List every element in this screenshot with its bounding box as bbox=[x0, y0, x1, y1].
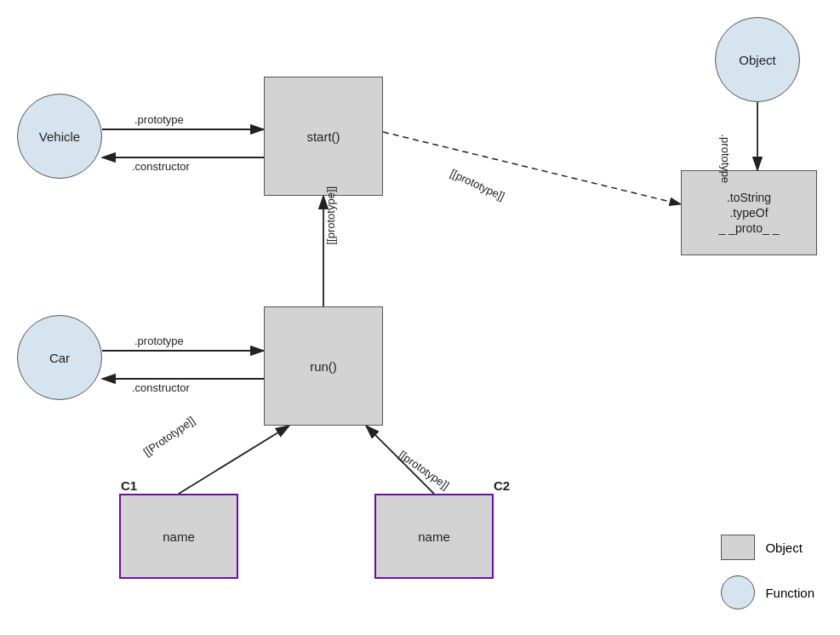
obj-proto: _ _proto_ _ bbox=[719, 221, 780, 235]
c2-label: C2 bbox=[494, 478, 510, 493]
run-start-prototype-label: [[prototype]] bbox=[324, 186, 337, 245]
c2-node: name bbox=[374, 494, 494, 579]
legend-object-item: Object bbox=[721, 535, 814, 560]
obj-methods-node: .toString .typeOf _ _proto_ _ bbox=[681, 170, 817, 255]
start-node: start() bbox=[264, 77, 383, 196]
c1-label: C1 bbox=[121, 478, 137, 493]
vehicle-label: Vehicle bbox=[39, 129, 80, 144]
c1-prototype-arrow bbox=[179, 426, 289, 494]
legend-function-item: Function bbox=[721, 575, 814, 609]
legend-function-icon bbox=[721, 575, 755, 609]
c2-name-label: name bbox=[418, 529, 450, 544]
car-node: Car bbox=[17, 315, 102, 400]
run-label: run() bbox=[310, 359, 337, 374]
c1-name-label: name bbox=[163, 529, 195, 544]
legend-function-label: Function bbox=[765, 586, 814, 600]
c1-prototype-label: [[Prototype]] bbox=[141, 414, 197, 458]
obj-tostring: .toString bbox=[727, 191, 771, 204]
object-prototype-label: .prototype bbox=[719, 134, 732, 184]
start-label: start() bbox=[306, 129, 340, 144]
dashed-prototype-label: [[prototype]] bbox=[449, 167, 507, 203]
car-label: Car bbox=[49, 351, 70, 365]
c2-prototype-label: [[prototype]] bbox=[397, 448, 452, 492]
obj-typeof: .typeOf bbox=[729, 206, 768, 220]
start-to-objmethods-dashed bbox=[383, 132, 681, 204]
car-constructor-label: .constructor bbox=[132, 381, 190, 394]
c1-node: name bbox=[119, 494, 238, 579]
object-circle-node: Object bbox=[715, 17, 800, 102]
legend-object-label: Object bbox=[765, 541, 802, 555]
diagram: Vehicle Car Object start() run() .toStri… bbox=[0, 0, 840, 635]
vehicle-node: Vehicle bbox=[17, 94, 102, 179]
vehicle-constructor-label: .constructor bbox=[132, 160, 190, 173]
vehicle-prototype-label: .prototype bbox=[134, 113, 184, 126]
run-node: run() bbox=[264, 306, 383, 426]
object-circle-label: Object bbox=[739, 53, 775, 67]
legend: Object Function bbox=[721, 535, 814, 609]
car-prototype-label: .prototype bbox=[134, 335, 184, 347]
legend-object-icon bbox=[721, 535, 755, 560]
